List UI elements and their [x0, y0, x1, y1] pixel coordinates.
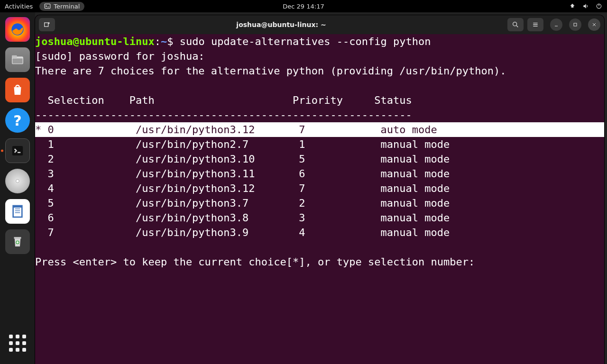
terminal-icon	[10, 144, 25, 158]
footer-prompt: Press <enter> to keep the current choice…	[35, 255, 604, 269]
prompt-path: ~	[161, 36, 167, 47]
shopping-bag-icon	[10, 83, 25, 97]
new-tab-button[interactable]	[39, 18, 55, 31]
dock-software[interactable]	[5, 78, 30, 102]
intro-line: There are 7 choices for the alternative …	[35, 64, 604, 78]
close-button[interactable]	[588, 18, 600, 31]
activities-button[interactable]: Activities	[5, 3, 33, 10]
command-text: sudo update-alternatives --config python	[180, 36, 431, 47]
notepad-icon	[10, 204, 25, 219]
table-row: 5/usr/bin/python3.72manual mode	[35, 196, 604, 210]
dock: ?	[0, 12, 35, 364]
prompt-user: joshua@ubuntu-linux	[35, 36, 155, 47]
svg-rect-5	[12, 55, 17, 58]
prompt-sep: :	[155, 36, 161, 47]
table-row: * 0/usr/bin/python3.127auto mode	[35, 122, 604, 137]
terminal-icon	[44, 3, 51, 9]
table-row: 6/usr/bin/python3.83manual mode	[35, 210, 604, 225]
svg-rect-24	[574, 23, 577, 26]
svg-rect-14	[13, 206, 22, 208]
prompt-dollar: $	[167, 36, 180, 47]
table-row: 7/usr/bin/python3.94manual mode	[35, 225, 604, 240]
svg-rect-7	[12, 146, 23, 155]
close-icon	[591, 22, 597, 27]
svg-rect-0	[45, 4, 50, 8]
active-app-label: Terminal	[54, 3, 80, 10]
terminal-window: joshua@ubuntu-linux: ~ joshua@ubuntu-lin…	[35, 15, 604, 364]
svg-rect-6	[12, 58, 22, 64]
terminal-viewport[interactable]: joshua@ubuntu-linux:~$ sudo update-alter…	[35, 34, 604, 364]
table-row: 2/usr/bin/python3.105manual mode	[35, 152, 604, 166]
dock-disks[interactable]	[5, 169, 30, 193]
dock-help[interactable]: ?	[5, 108, 30, 133]
dock-firefox[interactable]	[5, 17, 30, 42]
maximize-button[interactable]	[569, 18, 581, 31]
active-app-indicator[interactable]: Terminal	[39, 2, 84, 11]
minimize-button[interactable]	[550, 18, 562, 31]
table-row: 4/usr/bin/python3.127manual mode	[35, 181, 604, 196]
hamburger-icon	[532, 21, 539, 28]
power-icon[interactable]	[596, 3, 602, 9]
svg-rect-17	[45, 23, 48, 27]
svg-rect-15	[14, 237, 21, 239]
menu-button[interactable]	[527, 18, 543, 31]
disc-icon	[13, 176, 22, 186]
dock-terminal[interactable]	[5, 138, 30, 163]
network-icon[interactable]	[569, 3, 576, 9]
dock-files[interactable]	[5, 47, 30, 72]
svg-line-19	[516, 26, 518, 27]
titlebar[interactable]: joshua@ubuntu-linux: ~	[35, 15, 604, 34]
sudo-prompt: [sudo] password for joshua:	[35, 49, 604, 64]
window-title: joshua@ubuntu-linux: ~	[59, 21, 504, 28]
show-applications-button[interactable]	[5, 331, 30, 355]
minimize-icon	[553, 22, 559, 27]
volume-icon[interactable]	[582, 3, 589, 9]
table-row: 1/usr/bin/python2.71manual mode	[35, 137, 604, 152]
files-icon	[10, 52, 25, 67]
table-row: 3/usr/bin/python3.116manual mode	[35, 166, 604, 181]
svg-point-9	[16, 180, 19, 183]
trash-icon	[10, 235, 25, 249]
gnome-topbar: Activities Terminal Dec 29 14:17	[0, 0, 607, 12]
search-icon	[512, 21, 519, 28]
svg-point-18	[513, 22, 517, 26]
new-tab-icon	[43, 21, 51, 28]
dock-trash[interactable]	[5, 229, 30, 254]
clock[interactable]: Dec 29 14:17	[283, 3, 324, 10]
divider: ----------------------------------------…	[35, 108, 604, 122]
table-header: Selection PathPriorityStatus	[35, 93, 604, 108]
workspace: joshua@ubuntu-linux: ~ joshua@ubuntu-lin…	[35, 12, 607, 364]
firefox-icon	[9, 21, 26, 37]
search-button[interactable]	[507, 18, 524, 31]
dock-text-editor[interactable]	[5, 199, 30, 224]
help-icon: ?	[13, 112, 21, 129]
maximize-icon	[572, 22, 578, 27]
